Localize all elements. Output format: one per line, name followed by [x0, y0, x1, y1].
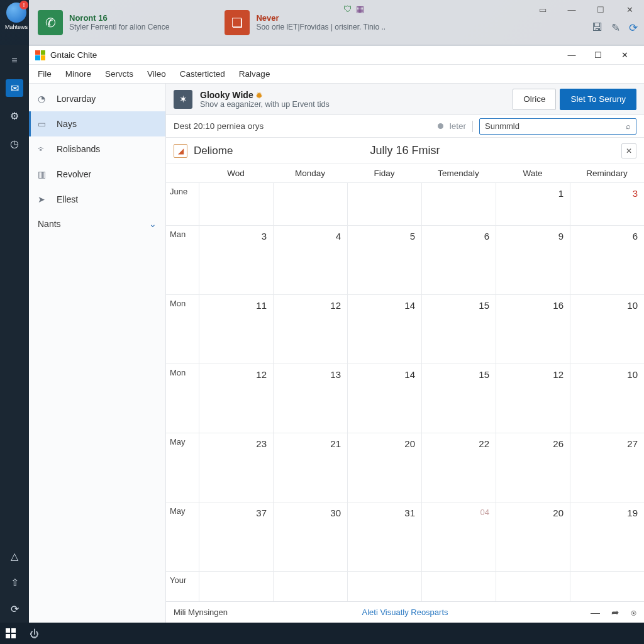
- calendar-row: June13: [166, 183, 644, 226]
- close-icon[interactable]: ✕: [615, 0, 644, 19]
- day-number: 26: [553, 438, 564, 449]
- toggle-label[interactable]: leter: [450, 121, 466, 131]
- day-number: 15: [479, 369, 489, 380]
- share-icon[interactable]: ➦: [611, 607, 619, 618]
- edit-icon[interactable]: ✎: [611, 21, 620, 35]
- calendar-cell[interactable]: 37: [199, 502, 273, 571]
- mail-icon[interactable]: ✉: [6, 79, 23, 97]
- calendar-cell[interactable]: [347, 572, 421, 601]
- power-icon[interactable]: ⏻: [21, 628, 47, 639]
- calendar-cell[interactable]: 10: [570, 364, 644, 433]
- calendar-cell[interactable]: [421, 183, 496, 225]
- calendar-cell[interactable]: 04: [421, 502, 496, 571]
- calendar-cell[interactable]: 12: [496, 364, 570, 433]
- sidebar-item[interactable]: ᯤRolisbands: [29, 136, 165, 162]
- footer-link[interactable]: Aleti Visuatly Reosparts: [362, 608, 448, 617]
- calendar-cell[interactable]: 21: [273, 433, 347, 502]
- calendar-cell[interactable]: 14: [347, 364, 421, 433]
- restore-icon[interactable]: ▭: [528, 0, 557, 19]
- minimize-button[interactable]: —: [558, 47, 585, 64]
- calendar-cell[interactable]: [273, 183, 347, 225]
- menubar: FileMinoreServctsVileoCastertictedRalvag…: [29, 65, 644, 84]
- calendar-cell[interactable]: 12: [199, 364, 273, 433]
- save-icon[interactable]: 🖫: [592, 21, 602, 35]
- gear-icon[interactable]: ⚙: [6, 107, 23, 125]
- sidebar-item[interactable]: ◔Lorvarday: [29, 86, 165, 111]
- day-number: 9: [558, 231, 564, 242]
- secondary-button[interactable]: Olrice: [513, 89, 556, 110]
- calendar-cell[interactable]: 26: [496, 433, 570, 502]
- sidebar-item[interactable]: ▥Revolver: [29, 162, 165, 187]
- maximize-button[interactable]: ☐: [585, 47, 611, 64]
- primary-button[interactable]: Slet To Seruny: [560, 89, 636, 110]
- calendar-cell[interactable]: 22: [421, 433, 496, 502]
- titlebar: Gntaic Chite — ☐ ✕: [29, 46, 644, 65]
- calendar-cell[interactable]: 12: [273, 295, 347, 364]
- menu-item[interactable]: Servcts: [105, 69, 133, 79]
- calendar-cell[interactable]: 9: [496, 226, 570, 294]
- refresh-icon[interactable]: ⟳: [629, 21, 638, 35]
- main-panel: ✶ Glooky Wide✹ Shov a eaganizer, with up…: [166, 84, 644, 623]
- sidebar-item[interactable]: ➤Ellest: [29, 187, 165, 212]
- calendar-cell[interactable]: 20: [496, 502, 570, 571]
- calendar-cell[interactable]: 20: [347, 433, 421, 502]
- calendar-cell[interactable]: 30: [273, 502, 347, 571]
- day-number: 27: [627, 438, 638, 449]
- calendar-cell[interactable]: [496, 572, 570, 601]
- row-label: May: [166, 433, 199, 502]
- gauge-icon[interactable]: ◷: [6, 135, 23, 152]
- sync-icon[interactable]: ⟳: [6, 600, 23, 618]
- sidebar-item[interactable]: ▭Nays: [29, 111, 165, 136]
- calendar-cell[interactable]: 3: [199, 226, 273, 294]
- calendar-cell[interactable]: [421, 572, 496, 601]
- row-label: May: [166, 502, 199, 571]
- desktop-shortcut[interactable]: ! Mahtews: [4, 3, 29, 30]
- calendar-cell[interactable]: 31: [347, 502, 421, 571]
- person-icon[interactable]: ⍟: [631, 607, 636, 618]
- menu-item[interactable]: Minore: [65, 69, 91, 79]
- close-panel-button[interactable]: ✕: [621, 143, 636, 158]
- maximize-icon[interactable]: ☐: [586, 0, 615, 19]
- sidebar-item-icon: ▭: [38, 119, 49, 129]
- calendar-cell[interactable]: 27: [570, 433, 644, 502]
- calendar-cell[interactable]: 15: [421, 295, 496, 364]
- calendar-cell[interactable]: [570, 572, 644, 601]
- start-button[interactable]: [0, 623, 21, 644]
- calendar-cell[interactable]: 4: [273, 226, 347, 294]
- sidebar-item-icon: ᯤ: [38, 144, 49, 154]
- calendar-cell[interactable]: [347, 183, 421, 225]
- minimize-tray-icon[interactable]: —: [591, 607, 600, 618]
- sidebar-group[interactable]: Nants⌄: [29, 212, 165, 236]
- upload-icon[interactable]: ⇧: [6, 574, 23, 591]
- calendar-cell[interactable]: 3: [570, 183, 644, 225]
- calendar-cell[interactable]: 10: [570, 295, 644, 364]
- day-number: 21: [330, 438, 341, 449]
- calendar-cell[interactable]: [199, 572, 273, 601]
- menu-item[interactable]: Casterticted: [180, 69, 225, 79]
- warning-icon[interactable]: △: [6, 547, 23, 565]
- minimize-icon[interactable]: —: [557, 0, 586, 19]
- calendar-cell[interactable]: [199, 183, 273, 225]
- calendar-cell[interactable]: 6: [570, 226, 644, 294]
- calendar-cell[interactable]: 11: [199, 295, 273, 364]
- calendar-cell[interactable]: 13: [273, 364, 347, 433]
- calendar-cell[interactable]: 16: [496, 295, 570, 364]
- calendar-cell[interactable]: [273, 572, 347, 601]
- notification-card[interactable]: ✆ Noront 16 Styler Ferrentl for alion Ce…: [29, 4, 178, 42]
- sidebar-item-icon: ➤: [38, 194, 49, 204]
- menu-item[interactable]: Vileo: [147, 69, 166, 79]
- hamburger-icon[interactable]: ≡: [6, 52, 23, 69]
- calendar-cell[interactable]: 5: [347, 226, 421, 294]
- calendar-cell[interactable]: 23: [199, 433, 273, 502]
- menu-item[interactable]: File: [38, 69, 52, 79]
- calendar-cell[interactable]: 14: [347, 295, 421, 364]
- menu-item[interactable]: Ralvage: [239, 69, 270, 79]
- search-input[interactable]: Sunmmld ⌕: [479, 118, 636, 135]
- day-number: 5: [410, 231, 415, 242]
- row-label: Man: [166, 226, 199, 294]
- calendar-cell[interactable]: 1: [496, 183, 570, 225]
- calendar-cell[interactable]: 6: [421, 226, 496, 294]
- calendar-cell[interactable]: 19: [570, 502, 644, 571]
- close-button[interactable]: ✕: [611, 47, 638, 64]
- calendar-cell[interactable]: 15: [421, 364, 496, 433]
